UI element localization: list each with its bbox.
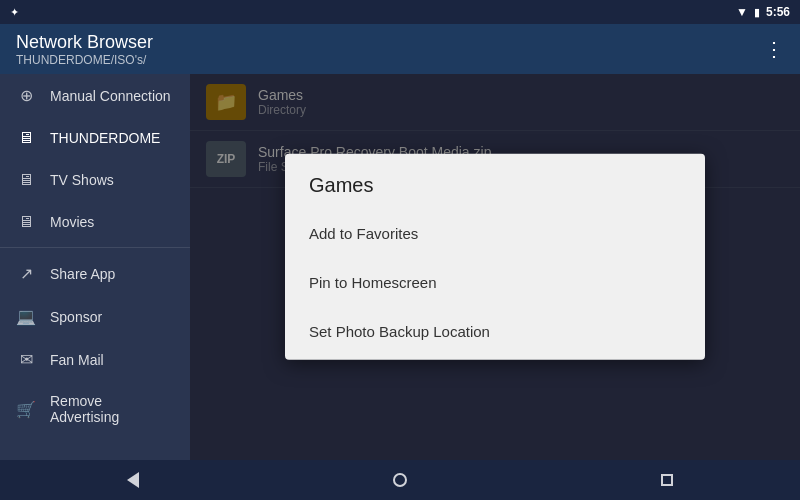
status-time: 5:56 <box>766 5 790 19</box>
mail-icon: ✉ <box>16 350 36 369</box>
sidebar-item-fan-mail[interactable]: ✉ Fan Mail <box>0 338 190 381</box>
sidebar: ⊕ Manual Connection 🖥 THUNDERDOME 🖥 TV S… <box>0 74 190 460</box>
sidebar-item-manual-connection[interactable]: ⊕ Manual Connection <box>0 74 190 117</box>
notification-icon: ✦ <box>10 6 19 19</box>
sidebar-item-label: TV Shows <box>50 172 114 188</box>
recent-icon <box>661 474 673 486</box>
breadcrumb: THUNDERDOME/ISO's/ <box>16 53 153 67</box>
back-icon <box>127 472 139 488</box>
sidebar-item-share-app[interactable]: ↗ Share App <box>0 252 190 295</box>
header-title-section: Network Browser THUNDERDOME/ISO's/ <box>16 32 153 67</box>
add-circle-icon: ⊕ <box>16 86 36 105</box>
monitor-icon-movies: 🖥 <box>16 213 36 231</box>
app-title: Network Browser <box>16 32 153 53</box>
sidebar-item-label: Manual Connection <box>50 88 171 104</box>
monitor-icon-tv: 🖥 <box>16 171 36 189</box>
sidebar-divider <box>0 247 190 248</box>
sidebar-item-thunderdome[interactable]: 🖥 THUNDERDOME <box>0 117 190 159</box>
sidebar-item-remove-advertising[interactable]: 🛒 Remove Advertising <box>0 381 190 437</box>
laptop-icon: 💻 <box>16 307 36 326</box>
overflow-menu-icon[interactable]: ⋮ <box>764 37 784 61</box>
recent-apps-button[interactable] <box>647 460 687 500</box>
status-bar-left: ✦ <box>10 6 730 19</box>
main-layout: ⊕ Manual Connection 🖥 THUNDERDOME 🖥 TV S… <box>0 74 800 460</box>
dialog-title: Games <box>285 154 705 209</box>
content-area: 📁 Games Directory ZIP Surface Pro Recove… <box>190 74 800 460</box>
home-icon <box>393 473 407 487</box>
sidebar-item-movies[interactable]: 🖥 Movies <box>0 201 190 243</box>
sidebar-item-label: Share App <box>50 266 115 282</box>
sidebar-item-label: Fan Mail <box>50 352 104 368</box>
battery-icon: ▮ <box>754 6 760 19</box>
sidebar-item-label: Movies <box>50 214 94 230</box>
monitor-icon-thunderdome: 🖥 <box>16 129 36 147</box>
home-button[interactable] <box>380 460 420 500</box>
sidebar-item-tv-shows[interactable]: 🖥 TV Shows <box>0 159 190 201</box>
sidebar-item-label: THUNDERDOME <box>50 130 160 146</box>
app-header: Network Browser THUNDERDOME/ISO's/ ⋮ <box>0 24 800 74</box>
sidebar-item-label: Remove Advertising <box>50 393 174 425</box>
context-menu-dialog: Games Add to Favorites Pin to Homescreen… <box>285 154 705 360</box>
dialog-item-set-photo-backup[interactable]: Set Photo Backup Location <box>285 307 705 360</box>
back-button[interactable] <box>113 460 153 500</box>
cart-icon: 🛒 <box>16 400 36 419</box>
bottom-navigation <box>0 460 800 500</box>
share-icon: ↗ <box>16 264 36 283</box>
sidebar-item-label: Sponsor <box>50 309 102 325</box>
dialog-item-add-favorites[interactable]: Add to Favorites <box>285 209 705 258</box>
dialog-item-pin-homescreen[interactable]: Pin to Homescreen <box>285 258 705 307</box>
sidebar-item-sponsor[interactable]: 💻 Sponsor <box>0 295 190 338</box>
status-bar: ✦ ▼ ▮ 5:56 <box>0 0 800 24</box>
wifi-icon: ▼ <box>736 5 748 19</box>
